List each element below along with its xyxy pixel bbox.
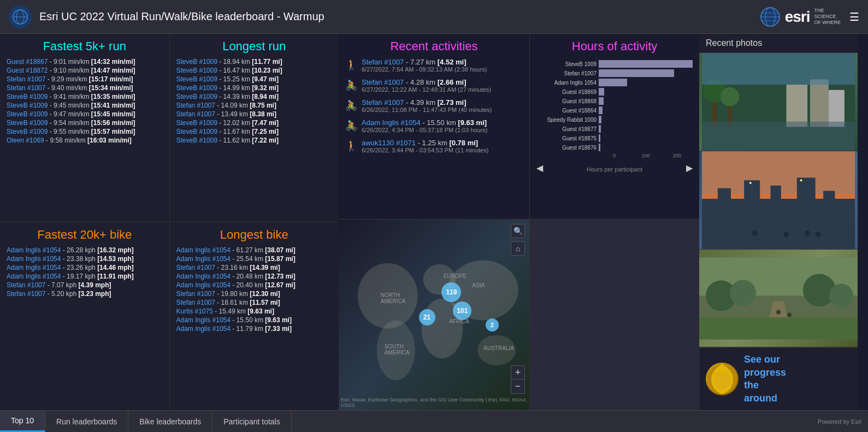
bar-label: Guest #18875 [536,135,597,141]
bar-track [599,116,693,123]
fastest-20k-list: Adam Inglis #1054 - 26.28 kph [16.32 mph… [7,246,163,298]
bar-chart-row: Guest #18869 [536,88,693,96]
user-link[interactable]: Stefan #1007 [176,264,215,271]
progress-text: See ourprogressthearound [744,353,786,405]
map-search-icon[interactable]: 🔍 [511,224,525,238]
recent-activities-panel: Recent activities 🚶 Stefan #1007 - 7.27 … [339,34,529,220]
user-link[interactable]: SteveB #1009 [7,110,48,118]
bar-fill [599,125,601,133]
user-link[interactable]: Adam Inglis #1054 [176,281,231,289]
leaderboard-row: Adam Inglis #1054 - 15.50 km [9.63 mi] [176,316,333,324]
user-link[interactable]: Adam Inglis #1054 [7,264,61,271]
user-link[interactable]: Stefan #1007 [176,290,215,298]
user-link[interactable]: Stefan #1007 [7,84,45,92]
user-link[interactable]: Adam Inglis #1054 [7,273,61,280]
user-link[interactable]: SteveB #1009 [176,75,217,83]
user-link[interactable]: Stefan #1007 [7,75,45,83]
user-link[interactable]: Adam Inglis #1054 [176,325,231,333]
leaderboard-row: Stefan #1007 - 23.16 km [14.39 mi] [176,264,333,271]
user-link[interactable]: Stefan #1007 [176,299,215,306]
user-link[interactable]: SteveB #1009 [176,84,217,92]
user-link[interactable]: Adam Inglis #1054 [176,316,231,324]
activity-type-icon: 🚶 [345,59,357,71]
leaderboard-row: Kurtis #1075 - 15.49 km [9.63 mi] [176,307,333,315]
svg-point-37 [805,230,810,236]
user-link[interactable]: SteveB #1009 [7,128,48,135]
user-link[interactable]: Guest #18872 [7,67,48,74]
longest-bike-title: Longest bike [176,228,333,242]
axis-tick: 200 [662,153,693,158]
powered-by: Powered by Esri [811,418,868,425]
longest-bike-list: Adam Inglis #1054 - 61.27 km [38.07 mi]A… [176,246,333,333]
leaderboard-row: SteveB #1009 - 9:41 min/km [15:35 min/mi… [7,93,163,100]
user-link[interactable]: SteveB #1009 [176,58,217,66]
user-link[interactable]: SteveB #1009 [176,93,217,100]
user-link[interactable]: Guest #18867 [7,58,48,66]
bottom-leaderboards: Fastest 20k+ bike Adam Inglis #1054 - 26… [0,222,339,410]
leaderboard-row: Stefan #1007 - 5.20 kph [3.23 mph] [7,290,163,298]
bar-label: Guest #18864 [536,108,597,114]
user-link[interactable]: SteveB #1009 [7,102,48,109]
user-link[interactable]: Stefan #1007 [176,110,215,118]
cluster-21[interactable]: 21 [419,309,435,326]
longest-run-panel: Longest run SteveB #1009 - 18.94 km [11.… [170,34,339,222]
user-link[interactable]: Oleen #1069 [7,137,44,144]
activity-details: Stefan #1007 - 4.39 km [2.73 mi] 6/26/20… [362,98,492,113]
activity-user-link[interactable]: Stefan #1007 [362,58,404,66]
bar-chart-row: Guest #18876 [536,144,693,151]
leaderboard-row: SteveB #1009 - 9:47 min/km [15:45 min/mi… [7,110,163,118]
tab-participant-totals[interactable]: Participant totals [212,411,292,432]
leaderboard-row: SteveB #1009 - 14.39 km [8.94 mi] [176,93,333,100]
map-zoom-controls: + − [511,365,525,394]
chart-next-btn[interactable]: ▶ [686,163,693,173]
map-zoom-out[interactable]: − [511,380,525,394]
user-link[interactable]: Stefan #1007 [176,102,215,109]
axis-tick: 100 [630,153,661,158]
activity-time: 6/26/2022, 4:34 PM - 05:37:18 PM (1:03 h… [362,127,488,133]
user-link[interactable]: Adam Inglis #1054 [7,255,61,263]
leaderboard-row: Stefan #1007 - 13.49 km [8.38 mi] [176,110,333,118]
chart-prev-btn[interactable]: ◀ [536,163,543,173]
user-link[interactable]: Kurtis #1075 [176,307,213,315]
bar-track [599,79,693,86]
chart-nav: ◀ Hours per participant ▶ [536,163,693,173]
hours-axis-label: Hours per participant [587,166,642,173]
top-leaderboards: Fastest 5k+ run Guest #18867 - 9:01 min/… [0,34,339,222]
tab-top10[interactable]: Top 10 [0,411,45,432]
user-link[interactable]: SteveB #1009 [176,137,217,144]
leaderboard-row: Adam Inglis #1054 - 25.54 km [15.87 mi] [176,255,333,263]
activity-user-link[interactable]: Adam Inglis #1054 [362,119,421,127]
leaderboard-row: Guest #18867 - 9:01 min/km [14:32 min/mi… [7,58,163,66]
user-link[interactable]: SteveB #1009 [176,67,217,74]
svg-point-18 [721,87,740,106]
activity-user-link[interactable]: Stefan #1007 [362,78,404,86]
user-link[interactable]: Stefan #1007 [7,281,45,289]
map-home-icon[interactable]: ⌂ [511,241,525,256]
activity-distance: Stefan #1007 - 4.28 km [2.66 mi] [362,78,491,86]
user-link[interactable]: Adam Inglis #1054 [7,246,61,254]
user-link[interactable]: Adam Inglis #1054 [176,273,231,280]
user-link[interactable]: SteveB #1009 [176,128,217,135]
user-link[interactable]: Stefan #1007 [7,290,45,298]
user-link[interactable]: Adam Inglis #1054 [176,246,231,254]
svg-rect-20 [810,79,829,127]
bar-chart-row: Guest #18877 [536,125,693,133]
activity-user-link[interactable]: awuk1130 #1071 [362,139,416,147]
progress-globe-icon [706,363,739,395]
tab-bike-leaderboards[interactable]: Bike leaderboards [128,411,212,432]
tab-run-leaderboards[interactable]: Run leaderboards [45,411,128,432]
activity-dist: - 15.50 km [9.63 mi] [422,119,487,127]
leaderboard-row: SteveB #1009 - 12.02 km [7.47 mi] [176,119,333,127]
svg-point-47 [787,312,792,317]
user-link[interactable]: Adam Inglis #1054 [176,255,231,263]
user-link[interactable]: SteveB #1009 [7,93,48,100]
map-zoom-in[interactable]: + [511,365,525,380]
menu-icon[interactable]: ☰ [849,10,859,23]
activity-details: Stefan #1007 - 4.28 km [2.66 mi] 6/27/20… [362,78,491,93]
user-link[interactable]: SteveB #1009 [7,119,48,127]
activity-type-icon: 🚶 [345,140,357,152]
user-link[interactable]: SteveB #1009 [176,119,217,127]
activity-user-link[interactable]: Stefan #1007 [362,98,404,106]
fastest-5k-title: Fastest 5k+ run [7,39,163,54]
leaderboard-row: Stefan #1007 - 18.61 km [11.57 mi] [176,299,333,306]
